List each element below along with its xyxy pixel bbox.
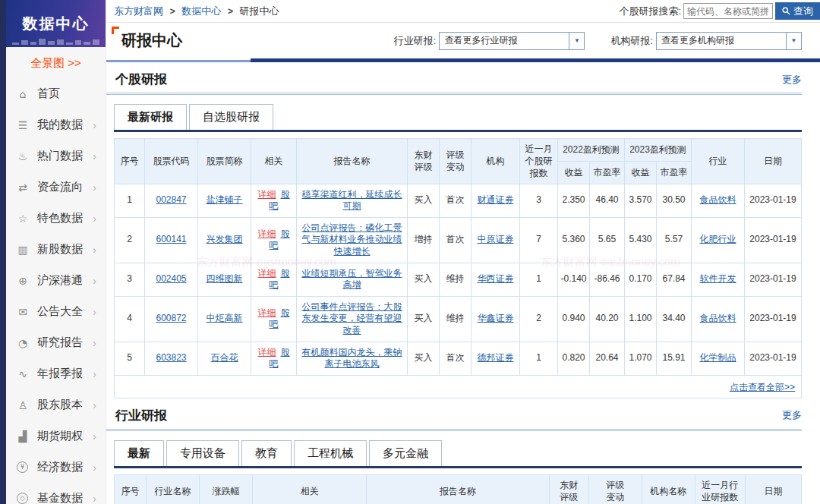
sidebar-item-label: 公告大全 bbox=[37, 304, 93, 319]
sidebar-item-label: 我的数据 bbox=[37, 118, 93, 132]
sidebar-item-economic-data[interactable]: ¥ 经济数据 › bbox=[6, 452, 106, 483]
col-date: 日期 bbox=[745, 474, 801, 504]
pe-2022-cell: 40.20 bbox=[590, 296, 625, 342]
sidebar-item-shareholders[interactable]: ♙ 股东股本 › bbox=[6, 389, 106, 421]
report-title-link[interactable]: 公司点评报告：磷化工景气与新材料业务推动业绩快速增长 bbox=[302, 222, 402, 257]
stock-code-link[interactable]: 002847 bbox=[156, 194, 186, 205]
magnifier-icon bbox=[782, 7, 790, 15]
stock-code-link[interactable]: 603823 bbox=[156, 352, 186, 363]
stock-name-link[interactable]: 百合花 bbox=[211, 352, 238, 363]
search-button[interactable]: 查询 bbox=[775, 2, 820, 20]
tab-diversified-finance[interactable]: 多元金融 bbox=[369, 440, 442, 466]
tab-latest-reports[interactable]: 最新研报 bbox=[114, 104, 187, 130]
col-seq: 序号 bbox=[115, 474, 147, 504]
detail-link[interactable]: 详细 bbox=[258, 189, 276, 200]
detail-link[interactable]: 详细 bbox=[258, 228, 276, 239]
histogram-icon: ▟ bbox=[15, 430, 30, 443]
org-link[interactable]: 中原证券 bbox=[478, 234, 514, 244]
stock-name-link[interactable]: 盐津铺子 bbox=[207, 194, 243, 205]
logo-decoration bbox=[12, 39, 99, 45]
org-link[interactable]: 德邦证券 bbox=[478, 352, 514, 363]
industry-link[interactable]: 软件开发 bbox=[700, 273, 736, 284]
sidebar-item-hk-connect[interactable]: ⊕ 沪深港通 › bbox=[6, 265, 106, 296]
ef-rating-cell: 买入 bbox=[408, 184, 440, 217]
report-title-link[interactable]: 业绩短期承压，智驾业务高增 bbox=[302, 268, 402, 291]
col-related: 相关 bbox=[253, 474, 367, 504]
breadcrumb-section-link[interactable]: 数据中心 bbox=[181, 5, 221, 17]
view-all-row: 点击查看全部>> bbox=[114, 376, 802, 398]
date-cell: 2023-01-19 bbox=[745, 296, 802, 342]
sidebar-item-label: 热门数据 bbox=[37, 149, 93, 163]
industry-filter-label: 行业研报: bbox=[394, 34, 437, 48]
industry-link[interactable]: 化肥行业 bbox=[700, 234, 736, 244]
report-title-link[interactable]: 公司事件点评报告：大股东发生变更，经营有望迎改善 bbox=[302, 301, 402, 335]
date-cell: 2023-01-19 bbox=[745, 217, 802, 263]
org-link[interactable]: 财通证券 bbox=[478, 194, 514, 205]
industry-more-link[interactable]: 更多 bbox=[782, 408, 802, 422]
rating-change-cell: 首次 bbox=[440, 342, 472, 375]
sidebar-item-hot-data[interactable]: ♨ 热门数据 › bbox=[6, 140, 106, 172]
section-divider bbox=[106, 429, 802, 431]
industry-link[interactable]: 食品饮料 bbox=[700, 194, 736, 205]
org-link[interactable]: 华西证券 bbox=[478, 273, 514, 284]
detail-link[interactable]: 详细 bbox=[258, 268, 276, 279]
sidebar-item-featured-data[interactable]: ☆ 特色数据 › bbox=[6, 203, 106, 234]
detail-link[interactable]: 详细 bbox=[258, 307, 276, 318]
chevron-down-icon[interactable]: ▼ bbox=[569, 33, 584, 49]
panorama-link[interactable]: 全景图 >> bbox=[6, 47, 106, 78]
sidebar-item-annual-reports[interactable]: ∿ 年报季报 › bbox=[6, 358, 106, 389]
tab-education[interactable]: 教育 bbox=[241, 440, 292, 466]
date-cell: 2023-01-19 bbox=[745, 184, 802, 217]
sidebar-item-futures-options[interactable]: ▟ 期货期权 › bbox=[6, 421, 106, 452]
seq-cell: 3 bbox=[115, 263, 145, 296]
search-input[interactable] bbox=[683, 3, 773, 19]
seq-cell: 4 bbox=[115, 296, 145, 342]
stock-name-link[interactable]: 兴发集团 bbox=[207, 234, 243, 244]
sidebar-item-research-reports[interactable]: ◔ 研究报告 › bbox=[6, 327, 106, 358]
line-chart-icon: ∿ bbox=[15, 368, 30, 380]
sidebar-item-new-stock[interactable]: ▥ 新股数据 › bbox=[6, 234, 106, 265]
report-title-link[interactable]: 稳享渠道红利，延续成长可期 bbox=[302, 189, 402, 212]
sidebar-item-my-data[interactable]: ☰ 我的数据 › bbox=[6, 109, 106, 140]
stock-more-link[interactable]: 更多 bbox=[782, 73, 802, 87]
detail-link[interactable]: 详细 bbox=[258, 347, 276, 358]
tab-engineering-machinery[interactable]: 工程机械 bbox=[294, 440, 367, 466]
report-title-link[interactable]: 有机颜料国内龙头，乘钠离子电池东风 bbox=[302, 347, 402, 370]
industry-report-select[interactable]: 查看更多行业研报 ▼ bbox=[439, 32, 585, 50]
industry-link[interactable]: 食品饮料 bbox=[700, 313, 736, 323]
org-report-select[interactable]: 查看更多机构研报 ▼ bbox=[656, 32, 802, 50]
breadcrumb-home-link[interactable]: 东方财富网 bbox=[114, 5, 163, 17]
chevron-down-icon[interactable]: ▼ bbox=[786, 33, 801, 49]
datacenter-logo[interactable]: 数据中心 bbox=[6, 0, 106, 47]
col-stock-code: 股票代码 bbox=[145, 139, 198, 184]
industry-link[interactable]: 化学制品 bbox=[700, 352, 736, 363]
sidebar-item-label: 股东股本 bbox=[37, 398, 93, 412]
sidebar-item-label: 特色数据 bbox=[37, 211, 93, 225]
stock-name-link[interactable]: 四维图新 bbox=[207, 273, 243, 284]
sidebar-item-fund-data[interactable]: ◇ 基金数据 › bbox=[6, 483, 106, 504]
stock-report-row: 1 002847 盐津铺子 详细股吧 稳享渠道红利，延续成长可期 买入 首次 财… bbox=[115, 184, 802, 217]
breadcrumb-current: 研报中心 bbox=[240, 5, 279, 17]
chevron-right-icon: › bbox=[93, 181, 99, 194]
stock-code-link[interactable]: 002405 bbox=[156, 273, 186, 284]
org-report-filter: 机构研报: 查看更多机构研报 ▼ bbox=[610, 32, 802, 50]
eps-2022-cell: 0.940 bbox=[558, 296, 590, 342]
sidebar-item-home[interactable]: ⌂ 首页 bbox=[6, 78, 106, 109]
sidebar-item-label: 基金数据 bbox=[37, 491, 93, 504]
col-report-name: 报告名称 bbox=[367, 474, 549, 504]
stock-code-link[interactable]: 600141 bbox=[156, 234, 186, 244]
tab-industry-latest[interactable]: 最新 bbox=[114, 440, 164, 466]
sidebar-item-announcements[interactable]: ✉ 公告大全 › bbox=[6, 296, 106, 327]
tab-watchlist-reports[interactable]: 自选股研报 bbox=[189, 104, 273, 130]
tab-special-equipment[interactable]: 专用设备 bbox=[166, 440, 239, 466]
org-filter-label: 机构研报: bbox=[610, 34, 653, 48]
view-all-link[interactable]: 点击查看全部>> bbox=[730, 382, 795, 392]
sidebar-item-fund-flow[interactable]: ⇄ 资金流向 › bbox=[6, 172, 106, 203]
col-org-name: 机构名称 bbox=[642, 474, 695, 504]
stock-name-link[interactable]: 中炬高新 bbox=[207, 313, 243, 323]
month-count-cell: 2 bbox=[520, 296, 558, 342]
stock-code-link[interactable]: 600872 bbox=[156, 313, 186, 323]
col-eps-2023: 收益 bbox=[625, 161, 657, 184]
org-link[interactable]: 华鑫证券 bbox=[478, 313, 514, 323]
month-count-cell: 7 bbox=[520, 217, 558, 263]
